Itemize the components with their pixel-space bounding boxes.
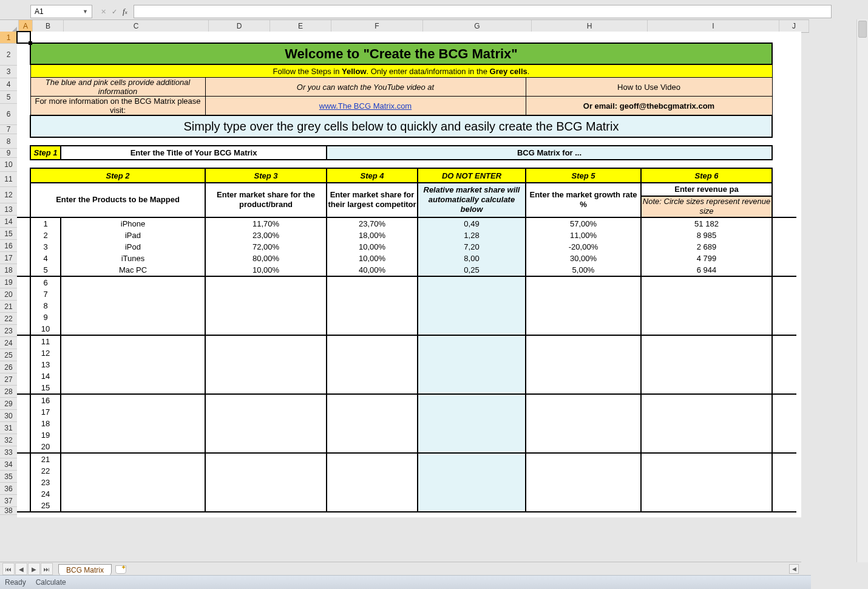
cell-growth-rate[interactable] [526,276,641,288]
cell-market-share[interactable] [205,300,327,312]
cell-product[interactable] [61,276,205,288]
cell-growth-rate[interactable] [526,441,641,453]
cell-revenue[interactable]: 6 944 [641,264,772,276]
cell-growth-rate[interactable] [526,382,641,394]
cell-market-share[interactable] [205,370,327,382]
cell-product[interactable] [61,370,205,382]
cell-product[interactable] [61,465,205,477]
cell-market-share[interactable] [205,335,327,347]
cell-market-share[interactable] [205,488,327,500]
row-header-11[interactable]: 11 [0,172,17,187]
tab-nav-last-icon[interactable]: ⏭ [41,563,53,575]
row-header-29[interactable]: 29 [0,398,17,410]
cell-competitor-share[interactable] [327,347,418,359]
bcg-title-input[interactable]: BCG Matrix for ... [327,146,772,160]
cell-product[interactable]: iTunes [61,253,205,264]
cell-product[interactable] [61,300,205,312]
cell-market-share[interactable] [205,323,327,335]
cell-revenue[interactable] [641,300,772,312]
row-header-35[interactable]: 35 [0,471,17,483]
cell-market-share[interactable]: 11,70% [205,217,327,230]
tab-nav-prev-icon[interactable]: ◀ [15,563,27,575]
column-header-C[interactable]: C [64,20,209,32]
cell-competitor-share[interactable] [327,359,418,370]
cell-competitor-share[interactable]: 23,70% [327,217,418,230]
row-header-10[interactable]: 10 [0,158,17,172]
cell-market-share[interactable] [205,406,327,418]
cell-product[interactable] [61,500,205,512]
vertical-scrollbar[interactable] [856,19,868,562]
cell-product[interactable]: iPad [61,230,205,241]
row-header-33[interactable]: 33 [0,446,17,458]
cell-competitor-share[interactable] [327,382,418,394]
cell-market-share[interactable] [205,276,327,288]
cell-product[interactable] [61,347,205,359]
cell-market-share[interactable] [205,429,327,441]
row-header-3[interactable]: 3 [0,66,17,78]
cell-revenue[interactable]: 51 182 [641,217,772,230]
cell-revenue[interactable] [641,347,772,359]
cell-competitor-share[interactable] [327,477,418,488]
cell-product[interactable] [61,335,205,347]
cell-revenue[interactable] [641,418,772,429]
cell-growth-rate[interactable]: -20,00% [526,241,641,253]
row-header-13[interactable]: 13 [0,203,17,216]
fx-icon[interactable]: fx [123,7,127,16]
cell-revenue[interactable] [641,477,772,488]
row-header-36[interactable]: 36 [0,483,17,495]
row-header-19[interactable]: 19 [0,276,17,288]
link-how-to-video[interactable]: How to Use Video [526,78,772,97]
cell-competitor-share[interactable]: 18,00% [327,230,418,241]
cell-revenue[interactable] [641,441,772,453]
cell-growth-rate[interactable] [526,370,641,382]
link-bcg-site[interactable]: www.The BCG Matrix.com [205,97,526,116]
row-header-14[interactable]: 14 [0,216,17,228]
cell-competitor-share[interactable] [327,312,418,323]
row-header-23[interactable]: 23 [0,325,17,337]
cell-product[interactable]: Mac PC [61,264,205,276]
cell-competitor-share[interactable] [327,465,418,477]
cell-competitor-share[interactable] [327,335,418,347]
cell-competitor-share[interactable] [327,429,418,441]
row-header-8[interactable]: 8 [0,134,17,149]
cell-market-share[interactable] [205,418,327,429]
cell-competitor-share[interactable] [327,488,418,500]
row-header-15[interactable]: 15 [0,228,17,240]
cell-growth-rate[interactable] [526,418,641,429]
cell-market-share[interactable] [205,359,327,370]
row-header-26[interactable]: 26 [0,361,17,373]
row-header-5[interactable]: 5 [0,91,17,104]
cell-growth-rate[interactable]: 5,00% [526,264,641,276]
cell-growth-rate[interactable] [526,465,641,477]
cell-growth-rate[interactable]: 30,00% [526,253,641,264]
cell-market-share[interactable] [205,382,327,394]
cell-growth-rate[interactable] [526,288,641,300]
column-header-G[interactable]: G [423,20,532,32]
cell-market-share[interactable] [205,500,327,512]
cell-revenue[interactable] [641,465,772,477]
row-header-4[interactable]: 4 [0,78,17,91]
cell-revenue[interactable] [641,394,772,406]
cell-growth-rate[interactable] [526,335,641,347]
cell-product[interactable] [61,288,205,300]
cell-growth-rate[interactable] [526,359,641,370]
column-header-A[interactable]: A [19,20,33,32]
cell-market-share[interactable] [205,347,327,359]
cell-product[interactable]: iPhone [61,217,205,230]
cell-revenue[interactable] [641,335,772,347]
column-header-F[interactable]: F [331,20,423,32]
cell-revenue[interactable] [641,276,772,288]
row-header-24[interactable]: 24 [0,337,17,349]
cell-product[interactable] [61,441,205,453]
cell-growth-rate[interactable]: 57,00% [526,217,641,230]
formula-input[interactable] [134,5,832,18]
row-header-16[interactable]: 16 [0,240,17,252]
scrollbar-thumb[interactable] [858,21,867,38]
cell-product[interactable] [61,382,205,394]
row-header-38[interactable]: 38 [0,507,17,515]
cell-market-share[interactable] [205,288,327,300]
cell-competitor-share[interactable]: 10,00% [327,241,418,253]
cell-revenue[interactable] [641,500,772,512]
cell-product[interactable] [61,312,205,323]
cell-revenue[interactable] [641,323,772,335]
